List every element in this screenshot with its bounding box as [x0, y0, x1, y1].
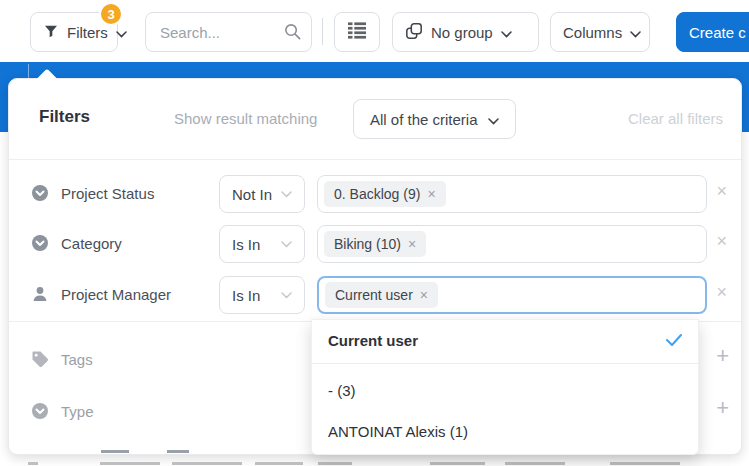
filter-value-chip[interactable]: Biking (10) ×	[324, 231, 426, 257]
status-dot-icon	[31, 184, 49, 206]
criteria-dropdown[interactable]: All of the criteria	[353, 99, 516, 139]
filter-row-project-status: Project Status Not In 0. Backlog (9) × ×	[9, 169, 741, 219]
dropdown-item-current-user[interactable]: Current user	[312, 320, 698, 361]
search-icon	[283, 22, 302, 45]
toolbar: Filters 3	[0, 0, 749, 62]
panel-title: Filters	[39, 107, 90, 127]
remove-filter-icon[interactable]: ×	[716, 232, 727, 250]
dropdown-item-label: ANTOINAT Alexis (1)	[328, 423, 468, 440]
check-icon	[666, 332, 682, 349]
person-icon	[31, 285, 49, 307]
tag-icon	[31, 350, 49, 372]
list-view-button[interactable]	[334, 12, 380, 52]
chevron-down-icon	[281, 191, 292, 198]
list-view-icon	[348, 22, 366, 42]
filter-row-label: Category	[61, 235, 122, 252]
filter-values-field[interactable]: Biking (10) ×	[317, 225, 707, 263]
filters-count-badge: 3	[99, 2, 123, 26]
add-filter-icon[interactable]: +	[716, 345, 729, 367]
operator-value: Is In	[232, 236, 260, 253]
match-label: Show result matching	[174, 110, 317, 127]
chip-remove-icon[interactable]: ×	[420, 288, 428, 302]
chip-remove-icon[interactable]: ×	[427, 187, 435, 201]
create-button-label: Create c	[689, 24, 746, 41]
filter-row-label: Type	[61, 403, 94, 420]
operator-value: Is In	[232, 287, 260, 304]
filter-value-chip[interactable]: 0. Backlog (9) ×	[324, 181, 446, 207]
operator-dropdown[interactable]: Is In	[219, 276, 305, 314]
screen: Filters 3	[0, 0, 749, 466]
chip-label: 0. Backlog (9)	[334, 186, 420, 202]
status-dot-icon	[31, 402, 49, 424]
menu-divider	[312, 363, 698, 364]
remove-filter-icon[interactable]: ×	[716, 283, 727, 301]
filter-values-field-focused[interactable]: Current user ×	[317, 276, 707, 314]
panel-header: Filters Show result matching All of the …	[9, 79, 741, 159]
operator-dropdown[interactable]: Not In	[219, 175, 305, 213]
dropdown-item-antoinat[interactable]: ANTOINAT Alexis (1)	[312, 411, 698, 452]
add-filter-icon[interactable]: +	[716, 397, 729, 419]
status-dot-icon	[31, 234, 49, 256]
operator-value: Not In	[232, 186, 272, 203]
filter-row-label: Project Manager	[61, 286, 171, 303]
group-by-button[interactable]: No group	[392, 12, 539, 52]
criteria-dropdown-value: All of the criteria	[370, 111, 478, 128]
header-divider	[9, 159, 741, 160]
chevron-down-icon	[281, 292, 292, 299]
chevron-down-icon	[630, 24, 641, 41]
group-icon	[405, 22, 423, 43]
funnel-icon	[43, 23, 59, 42]
table-column-divider	[28, 64, 29, 79]
search-box	[145, 12, 312, 52]
filters-button-label: Filters	[67, 24, 108, 41]
columns-label: Columns	[563, 24, 622, 41]
chevron-down-icon	[281, 241, 292, 248]
chevron-down-icon	[488, 111, 499, 128]
dropdown-item-label: - (3)	[328, 382, 356, 399]
filter-row-label: Project Status	[61, 185, 154, 202]
chevron-down-icon	[501, 24, 512, 41]
filter-value-chip[interactable]: Current user ×	[325, 282, 438, 308]
filter-row-project-manager: Project Manager Is In Current user × ×	[9, 270, 741, 320]
chip-remove-icon[interactable]: ×	[408, 237, 416, 251]
operator-dropdown[interactable]: Is In	[219, 225, 305, 263]
clear-all-filters-link[interactable]: Clear all filters	[628, 110, 723, 127]
group-by-label: No group	[431, 24, 493, 41]
chip-label: Biking (10)	[334, 236, 401, 252]
chevron-down-icon	[116, 24, 127, 41]
columns-button[interactable]: Columns	[550, 12, 650, 52]
filter-row-category: Category Is In Biking (10) × ×	[9, 219, 741, 269]
toolbar-divider	[322, 18, 323, 45]
filter-row-label: Tags	[61, 351, 93, 368]
remove-filter-icon[interactable]: ×	[716, 182, 727, 200]
filters-panel: Filters Show result matching All of the …	[8, 78, 742, 455]
chip-label: Current user	[335, 287, 413, 303]
create-button[interactable]: Create c	[676, 12, 749, 52]
dropdown-item-blank[interactable]: - (3)	[312, 370, 698, 411]
filter-values-field[interactable]: 0. Backlog (9) ×	[317, 175, 707, 213]
dropdown-item-label: Current user	[328, 332, 418, 349]
value-dropdown-menu: Current user - (3) ANTOINAT Alexis (1)	[311, 319, 699, 455]
